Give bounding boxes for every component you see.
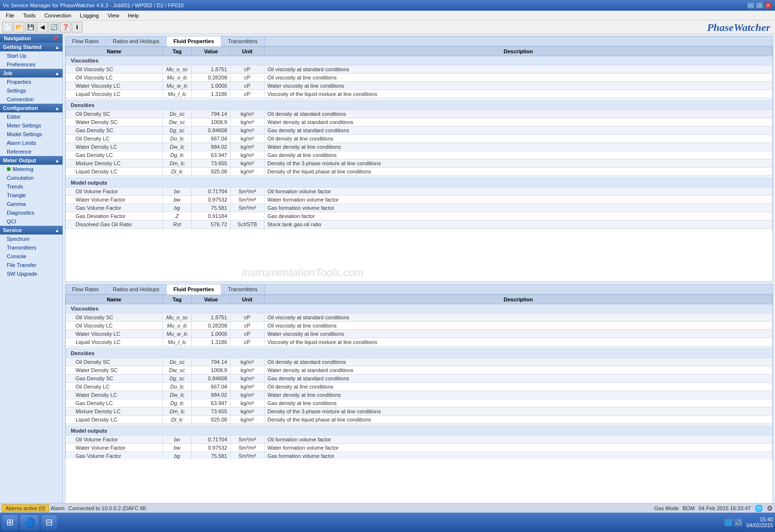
tab-transmitters-upper[interactable]: Transmitters (221, 36, 265, 46)
table-row[interactable]: Water Density SCDw_sc1008.9kg/m³Water de… (66, 118, 773, 126)
col-tag: Tag (163, 47, 192, 56)
table-row[interactable]: Gas Volume Factorbg75.581Sm³/m³Gas forma… (66, 204, 773, 212)
table-row[interactable]: Liquid Density LCDl_lc925.08kg/m³Density… (66, 416, 773, 424)
tab-fluid-props-upper[interactable]: Fluid Properties (167, 36, 221, 47)
tab-ratios-lower[interactable]: Ratios and Holdups (106, 284, 167, 294)
nav-item-trends[interactable]: Trends (0, 182, 62, 191)
table-row[interactable]: Gas Density LCDg_lc63.947kg/m³Gas densit… (66, 399, 773, 407)
toolbar-save[interactable]: 💾 (25, 22, 36, 32)
nav-section-job[interactable]: Job ▲ (0, 69, 62, 78)
toolbar-open[interactable]: 📂 (14, 22, 24, 32)
nav-item-reference[interactable]: Reference (0, 147, 62, 156)
nav-item-diagnostics[interactable]: Diagnostics (0, 208, 62, 217)
nav-item-startup[interactable]: Start Up (0, 51, 62, 60)
table-row[interactable]: Water Viscosity LCMu_w_lc1.0000cPWater v… (66, 330, 773, 338)
nav-item-spectrum[interactable]: Spectrum (0, 235, 62, 243)
table-row[interactable]: Gas Volume Factorbg75.581Sm³/m³Gas forma… (66, 452, 773, 460)
table-row[interactable]: Oil Viscosity SCMu_o_sc1.8751cPOil visco… (66, 65, 773, 74)
nav-item-cumulation[interactable]: Cumulation (0, 173, 62, 182)
table-row[interactable]: Water Density LCDw_lc984.02kg/m³Water de… (66, 391, 773, 399)
taskbar-btn-2[interactable]: ⊟ (41, 515, 57, 530)
nav-item-alarm-limits[interactable]: Alarm Limits (0, 139, 62, 147)
table-row[interactable]: Water Volume Factorbw0.97532Sm³/m³Water … (66, 444, 773, 452)
section-collapse-icon: ▲ (55, 158, 60, 163)
close-button[interactable]: ✕ (764, 2, 772, 9)
table-row[interactable]: Oil Density SCDo_sc794.14kg/m³Oil densit… (66, 110, 773, 118)
nav-section-service[interactable]: Service ▲ (0, 226, 62, 235)
tab-ratios-upper[interactable]: Ratios and Holdups (106, 36, 167, 46)
taskbar-clock: 15:40 04/02/2015 (744, 516, 773, 528)
start-button[interactable]: ⊞ (2, 515, 18, 530)
nav-item-connection[interactable]: Connection (0, 95, 62, 104)
toolbar-help[interactable]: ❓ (60, 22, 71, 32)
table-row[interactable]: Liquid Viscosity LCMu_l_lc1.3186cPViscos… (66, 90, 773, 98)
toolbar-back[interactable]: ◀ (37, 22, 47, 32)
table-row[interactable]: Gas Density SCDg_sc0.84608kg/m³Gas densi… (66, 375, 773, 383)
lower-data-table: Name Tag Value Unit Description Viscosit… (65, 295, 773, 459)
toolbar-refresh[interactable]: 🔄 (48, 22, 59, 32)
table-row[interactable]: Liquid Viscosity LCMu_l_lc1.3186cPViscos… (66, 338, 773, 346)
table-row[interactable]: Oil Viscosity SCMu_o_sc1.8751cPOil visco… (66, 313, 773, 322)
tab-flow-rates-lower[interactable]: Flow Rates (65, 284, 106, 294)
table-section-header: Viscosities (66, 56, 773, 65)
nav-item-console[interactable]: Console (0, 252, 62, 261)
table-row[interactable]: Dissolved Gas Oil RatioRst576.72Scf/STBS… (66, 220, 773, 229)
table-row[interactable]: Oil Density LCDo_lc667.04kg/m³Oil densit… (66, 135, 773, 143)
nav-item-model-settings[interactable]: Model Settings (0, 130, 62, 139)
table-row[interactable]: Water Density LCDw_lc984.02kg/m³Water de… (66, 143, 773, 151)
table-row[interactable]: Mixture Density LCDm_lc73.655kg/m³Densit… (66, 407, 773, 416)
nav-item-meter-settings[interactable]: Meter Settings (0, 121, 62, 130)
taskbar-btn-1[interactable]: 🔵 (20, 515, 39, 530)
tab-flow-rates-upper[interactable]: Flow Rates (65, 36, 106, 46)
nav-item-file-transfer[interactable]: File Transfer (0, 261, 62, 269)
menu-file[interactable]: File (2, 12, 18, 19)
table-row[interactable]: Oil Volume Factorbo0.71704Sm³/m³Oil form… (66, 436, 773, 444)
table-row[interactable]: Dissolved Gas Water RatioRwst9.3553Scf/S… (66, 229, 773, 231)
menu-logging[interactable]: Logging (76, 12, 103, 19)
nav-item-transmitters[interactable]: Transmitters (0, 243, 62, 252)
menu-view[interactable]: View (104, 12, 123, 19)
nav-item-gamma[interactable]: Gamma (0, 200, 62, 208)
maximize-button[interactable]: □ (756, 2, 763, 9)
table-row[interactable]: Oil Density SCDo_sc794.14kg/m³Oil densit… (66, 358, 773, 366)
nav-item-triangle[interactable]: Triangle (0, 191, 62, 200)
toolbar-new[interactable]: 📄 (2, 22, 13, 32)
nav-item-editor[interactable]: Editor (0, 112, 62, 121)
tab-fluid-props-lower[interactable]: Fluid Properties (167, 284, 221, 295)
menu-help[interactable]: Help (124, 12, 143, 19)
tray-network[interactable]: 🌐 (725, 518, 732, 526)
tray-sound[interactable]: 🔊 (734, 518, 742, 526)
nav-item-settings[interactable]: Settings (0, 86, 62, 95)
nav-title: Navigation (4, 35, 31, 41)
nav-section-getting-started[interactable]: Getting Started ▲ (0, 43, 62, 51)
minimize-button[interactable]: ─ (747, 2, 755, 9)
nav-pin[interactable]: 📌 (53, 36, 59, 41)
table-row[interactable]: Gas Density LCDg_lc63.947kg/m³Gas densit… (66, 151, 773, 159)
alarm-indicator[interactable]: Alarms active (0) (2, 504, 49, 512)
table-row[interactable]: Oil Density LCDo_lc667.04kg/m³Oil densit… (66, 383, 773, 391)
window-controls[interactable]: ─ □ ✕ (747, 2, 772, 9)
nav-section-meter-output[interactable]: Meter Output ▲ (0, 156, 62, 165)
nav-item-properties[interactable]: Properties (0, 78, 62, 86)
table-row[interactable]: Mixture Density LCDm_lc73.655kg/m³Densit… (66, 159, 773, 168)
toolbar-info[interactable]: ℹ (72, 22, 82, 32)
nav-item-metering[interactable]: Metering (0, 165, 62, 173)
nav-item-sw-upgrade[interactable]: SW Upgrade (0, 269, 62, 278)
nav-item-qci[interactable]: QCI (0, 217, 62, 226)
table-row[interactable]: Gas Deviation FactorZ0.91184Gas deviatio… (66, 212, 773, 220)
table-row[interactable]: Liquid Density LCDl_lc925.08kg/m³Density… (66, 168, 773, 176)
menu-tools[interactable]: Tools (19, 12, 40, 19)
tray-icon1[interactable]: 🌐 (755, 504, 763, 512)
table-row[interactable]: Oil Viscosity LCMu_o_lc0.28208cPOil visc… (66, 74, 773, 82)
table-row[interactable]: Water Density SCDw_sc1008.9kg/m³Water de… (66, 366, 773, 375)
table-row[interactable]: Water Viscosity LCMu_w_lc1.0000cPWater v… (66, 82, 773, 90)
tray-icon2[interactable]: ⚙ (767, 504, 773, 512)
menu-connection[interactable]: Connection (40, 12, 75, 19)
nav-section-configuration[interactable]: Configuration ▲ (0, 104, 62, 112)
table-row[interactable]: Oil Volume Factorbo0.71704Sm³/m³Oil form… (66, 188, 773, 196)
nav-item-preferences[interactable]: Preferences (0, 60, 62, 69)
tab-transmitters-lower[interactable]: Transmitters (221, 284, 265, 294)
table-row[interactable]: Oil Viscosity LCMu_o_lc0.28208cPOil visc… (66, 322, 773, 330)
table-row[interactable]: Gas Density SCDg_sc0.84608kg/m³Gas densi… (66, 126, 773, 135)
table-row[interactable]: Water Volume Factorbw0.97532Sm³/m³Water … (66, 196, 773, 204)
